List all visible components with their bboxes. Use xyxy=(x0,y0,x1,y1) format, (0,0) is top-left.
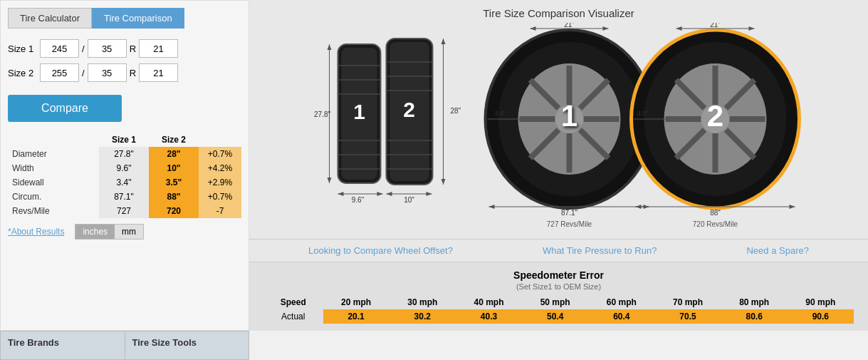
tire-pressure-link[interactable]: What Tire Pressure to Run? xyxy=(543,245,657,256)
svg-text:727 Revs/Mile: 727 Revs/Mile xyxy=(547,220,592,228)
size1-aspect-input[interactable] xyxy=(88,39,127,58)
revs-diff: -7 xyxy=(199,204,241,218)
row-label-width: Width xyxy=(8,161,99,175)
svg-marker-28 xyxy=(377,192,383,196)
size1-rim-input[interactable] xyxy=(139,39,178,58)
svg-marker-20 xyxy=(328,178,332,183)
size1-width-input[interactable] xyxy=(40,39,79,58)
svg-text:720 Revs/Mile: 720 Revs/Mile xyxy=(693,220,738,228)
footer-links: *About Results inches mm xyxy=(8,224,241,240)
speed-60-header: 60 mph xyxy=(588,295,654,309)
compare-wheel-offset-link[interactable]: Looking to Compare Wheel Offset? xyxy=(308,245,453,256)
about-results-link[interactable]: *About Results xyxy=(8,227,64,237)
left-panel: Tire Calculator Tire Comparison Size 1 /… xyxy=(0,0,249,331)
circum-diff: +0.7% xyxy=(199,190,241,204)
actual-80: 80.6 xyxy=(721,309,788,324)
svg-text:27.8": 27.8" xyxy=(314,110,330,118)
revs-size2: 720 xyxy=(149,204,199,218)
size2-rim-input[interactable] xyxy=(139,63,178,82)
mm-button[interactable]: mm xyxy=(115,225,143,239)
speed-90-header: 90 mph xyxy=(788,295,854,309)
svg-marker-63 xyxy=(530,26,536,31)
size2-aspect-input[interactable] xyxy=(88,63,127,82)
table-row: Width 9.6" 10" +4.2% xyxy=(8,161,241,175)
spare-tire-link[interactable]: Need a Spare? xyxy=(746,245,808,256)
diameter-size2: 28" xyxy=(149,147,199,161)
actual-40: 40.3 xyxy=(456,309,522,324)
row-label-sidewall: Sidewall xyxy=(8,175,99,190)
svg-text:9.6": 9.6" xyxy=(352,196,365,204)
sidewall-diff: +2.9% xyxy=(199,175,241,190)
tire-visualizer-svg: 1 2 xyxy=(263,23,854,230)
svg-text:2: 2 xyxy=(707,99,723,133)
inches-button[interactable]: inches xyxy=(75,225,115,239)
svg-marker-67 xyxy=(676,26,682,31)
bottom-row: Tire Brands Tire Size Tools xyxy=(0,331,868,360)
speed-50-header: 50 mph xyxy=(522,295,588,309)
speed-table: Speed 20 mph 30 mph 40 mph 50 mph 60 mph… xyxy=(263,295,854,324)
table-row: Diameter 27.8" 28" +0.7% xyxy=(8,147,241,161)
svg-text:1: 1 xyxy=(561,99,577,133)
size1-label: Size 1 xyxy=(8,43,40,54)
compare-button[interactable]: Compare xyxy=(8,95,122,122)
width-size1: 9.6" xyxy=(99,161,149,175)
svg-text:3.5": 3.5" xyxy=(637,110,649,117)
svg-marker-76 xyxy=(790,205,795,209)
svg-text:87.1": 87.1" xyxy=(561,209,577,217)
row-label-diameter: Diameter xyxy=(8,147,99,161)
svg-text:88": 88" xyxy=(710,209,721,217)
speed-30-header: 30 mph xyxy=(389,295,456,309)
svg-text:21": 21" xyxy=(710,23,721,29)
slash2: / xyxy=(82,68,85,78)
width-diff: +4.2% xyxy=(199,161,241,175)
visualizer-area: Tire Size Comparison Visualizer 1 2 xyxy=(249,0,868,239)
links-bar: Looking to Compare Wheel Offset? What Ti… xyxy=(249,239,868,262)
bottom-left: Tire Brands Tire Size Tools xyxy=(0,331,249,360)
svg-marker-32 xyxy=(427,192,432,196)
speedometer-title: Speedometer Error xyxy=(263,269,854,281)
revs-size1: 727 xyxy=(99,204,149,218)
results-table: Size 1 Size 2 Diameter 27.8" 28" +0.7% W… xyxy=(8,133,241,218)
actual-20: 20.1 xyxy=(323,309,389,324)
speed-80-header: 80 mph xyxy=(721,295,788,309)
actual-50: 50.4 xyxy=(522,309,588,324)
tire-size-tools-title: Tire Size Tools xyxy=(132,337,242,348)
tab-tire-comparison[interactable]: Tire Comparison xyxy=(92,8,184,29)
row-label-revs: Revs/Mile xyxy=(8,204,99,218)
col-header-size1: Size 1 xyxy=(99,133,149,147)
svg-marker-64 xyxy=(603,26,609,31)
sidewall-size2: 3.5" xyxy=(149,175,199,190)
svg-marker-27 xyxy=(338,192,344,196)
right-panel: Tire Size Comparison Visualizer 1 2 xyxy=(249,0,868,331)
tab-bar: Tire Calculator Tire Comparison xyxy=(8,8,241,29)
svg-text:3.4": 3.4" xyxy=(495,110,506,117)
tire-size-tools-card[interactable]: Tire Size Tools xyxy=(125,331,250,360)
r-label2: R xyxy=(130,68,136,78)
svg-marker-24 xyxy=(441,179,446,185)
tab-tire-calculator[interactable]: Tire Calculator xyxy=(8,8,92,29)
speedometer-subtitle: (Set Size1 to OEM Size) xyxy=(263,282,854,291)
col-header-diff xyxy=(199,133,241,147)
diameter-diff: +0.7% xyxy=(199,147,241,161)
table-row: Revs/Mile 727 720 -7 xyxy=(8,204,241,218)
circum-size2: 88" xyxy=(149,190,199,204)
tire-brands-card[interactable]: Tire Brands xyxy=(0,331,125,360)
table-row: Circum. 87.1" 88" +0.7% xyxy=(8,190,241,204)
actual-30: 30.2 xyxy=(389,309,456,324)
size2-row: Size 2 / R xyxy=(8,63,241,82)
actual-speed-row: Actual 20.1 30.2 40.3 50.4 60.4 70.5 80.… xyxy=(263,309,854,324)
row-label-circum: Circum. xyxy=(8,190,99,204)
visualizer-title: Tire Size Comparison Visualizer xyxy=(263,7,854,19)
speed-label-header: Speed xyxy=(263,295,323,309)
svg-marker-23 xyxy=(441,38,446,44)
speed-70-header: 70 mph xyxy=(654,295,721,309)
size2-width-input[interactable] xyxy=(40,63,79,82)
svg-marker-75 xyxy=(636,205,642,209)
svg-text:10": 10" xyxy=(404,196,414,204)
svg-text:1: 1 xyxy=(353,100,365,123)
speed-40-header: 40 mph xyxy=(456,295,522,309)
svg-marker-31 xyxy=(387,192,392,196)
speed-20-header: 20 mph xyxy=(323,295,389,309)
r-label1: R xyxy=(130,43,136,54)
size2-label: Size 2 xyxy=(8,68,40,78)
